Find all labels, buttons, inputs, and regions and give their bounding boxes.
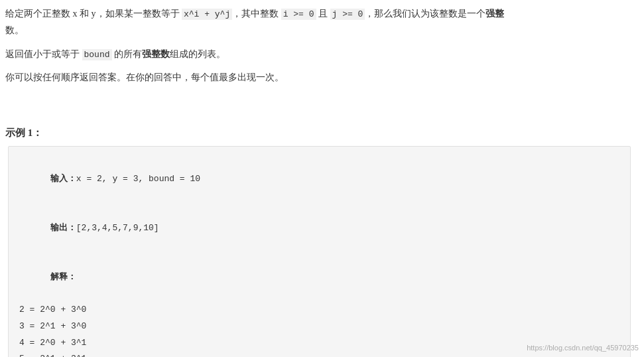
code-block: 输入：x = 2, y = 3, bound = 10 输出：[2,3,4,5,… xyxy=(8,146,631,357)
input-label: 输入： xyxy=(50,174,76,184)
paragraph-2: 返回值小于或等于 bound 的所有强整数组成的列表。 xyxy=(5,46,633,62)
inline-code-i: i >= 0 xyxy=(281,9,316,20)
explain-label: 解释： xyxy=(50,272,76,282)
paragraph-1: 给定两个正整数 x 和 y，如果某一整数等于 x^i + y^j，其中整数 i … xyxy=(5,5,633,39)
inline-code-formula: x^i + y^j xyxy=(182,9,232,20)
watermark: https://blog.csdn.net/qq_45970235 xyxy=(527,344,639,352)
input-value: x = 2, y = 3, bound = 10 xyxy=(76,174,200,184)
paragraph-3: 你可以按任何顺序返回答案。在你的回答中，每个值最多出现一次。 xyxy=(5,69,633,86)
output-label: 输出： xyxy=(50,223,76,233)
inline-code-j: j >= 0 xyxy=(330,9,365,20)
code-line-output: 输出：[2,3,4,5,7,9,10] xyxy=(19,204,619,253)
code-line-1: 2 = 2^0 + 3^0 xyxy=(19,302,619,319)
code-line-4: 5 = 2^1 + 3^1 xyxy=(19,351,619,357)
code-line-input: 输入：x = 2, y = 3, bound = 10 xyxy=(19,155,619,204)
page-container: 给定两个正整数 x 和 y，如果某一整数等于 x^i + y^j，其中整数 i … xyxy=(0,0,644,357)
inline-code-bound: bound xyxy=(82,49,112,60)
example-title: 示例 1： xyxy=(5,127,633,139)
output-value: [2,3,4,5,7,9,10] xyxy=(76,223,159,233)
code-line-explain-label: 解释： xyxy=(19,253,619,302)
code-line-2: 3 = 2^1 + 3^0 xyxy=(19,319,619,335)
